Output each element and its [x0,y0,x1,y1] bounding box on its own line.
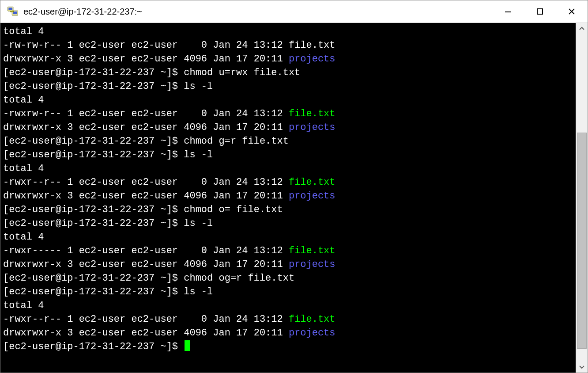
terminal-text: [ec2-user@ip-172-31-22-237 ~]$ chmod g=r… [3,136,289,147]
scroll-down-button[interactable] [576,361,588,373]
terminal-text: [ec2-user@ip-172-31-22-237 ~]$ ls -l [3,149,213,160]
terminal-line: [ec2-user@ip-172-31-22-237 ~]$ chmod u=r… [3,66,573,80]
maximize-button[interactable] [524,0,556,23]
terminal[interactable]: total 4-rw-rw-r-- 1 ec2-user ec2-user 0 … [0,23,576,373]
terminal-line: -rwxr----- 1 ec2-user ec2-user 0 Jan 24 … [3,244,573,258]
terminal-text: -rwxrw-r-- 1 ec2-user ec2-user 0 Jan 24 … [3,108,289,119]
terminal-line: [ec2-user@ip-172-31-22-237 ~]$ chmod og=… [3,271,573,285]
terminal-line: [ec2-user@ip-172-31-22-237 ~]$ ls -l [3,217,573,230]
terminal-line: -rw-rw-r-- 1 ec2-user ec2-user 0 Jan 24 … [3,38,573,52]
client-area: total 4-rw-rw-r-- 1 ec2-user ec2-user 0 … [0,23,588,373]
terminal-text-exec: file.txt [289,245,335,256]
scrollbar-track[interactable] [576,34,588,361]
terminal-text-exec: file.txt [289,314,335,325]
terminal-line: total 4 [3,230,573,244]
scrollbar-thumb[interactable] [577,133,587,349]
terminal-text: total 4 [3,26,44,37]
minimize-button[interactable] [492,0,524,23]
terminal-text-dir: projects [289,190,335,202]
titlebar[interactable]: ec2-user@ip-172-31-22-237:~ [0,0,588,23]
terminal-text: [ec2-user@ip-172-31-22-237 ~]$ chmod u=r… [3,67,300,78]
scroll-up-button[interactable] [576,23,588,34]
terminal-line: [ec2-user@ip-172-31-22-237 ~]$ ls -l [3,148,573,162]
terminal-text: -rwxr----- 1 ec2-user ec2-user 0 Jan 24 … [3,245,289,256]
terminal-text: [ec2-user@ip-172-31-22-237 ~]$ chmod o= … [3,204,283,215]
terminal-text: -rw-rw-r-- 1 ec2-user ec2-user 0 Jan 24 … [3,40,335,51]
svg-rect-5 [537,9,543,14]
terminal-line: drwxrwxr-x 3 ec2-user ec2-user 4096 Jan … [3,189,573,203]
terminal-line: drwxrwxr-x 3 ec2-user ec2-user 4096 Jan … [3,52,573,66]
terminal-text: drwxrwxr-x 3 ec2-user ec2-user 4096 Jan … [3,53,289,65]
terminal-text: -rwxr--r-- 1 ec2-user ec2-user 0 Jan 24 … [3,177,289,188]
window-title: ec2-user@ip-172-31-22-237:~ [23,7,492,17]
terminal-text: drwxrwxr-x 3 ec2-user ec2-user 4096 Jan … [3,190,289,202]
terminal-text: drwxrwxr-x 3 ec2-user ec2-user 4096 Jan … [3,259,289,270]
svg-rect-1 [8,8,12,10]
terminal-line: total 4 [3,162,573,175]
terminal-text: [ec2-user@ip-172-31-22-237 ~]$ [3,341,184,352]
terminal-text: [ec2-user@ip-172-31-22-237 ~]$ ls -l [3,286,213,297]
terminal-text-dir: projects [289,53,335,65]
terminal-text: drwxrwxr-x 3 ec2-user ec2-user 4096 Jan … [3,122,289,133]
close-button[interactable] [556,0,588,23]
window-controls [492,0,588,23]
terminal-line: [ec2-user@ip-172-31-22-237 ~]$ [3,340,573,354]
terminal-text-dir: projects [289,122,335,133]
terminal-text: [ec2-user@ip-172-31-22-237 ~]$ ls -l [3,81,213,92]
terminal-text-dir: projects [289,327,335,339]
terminal-text: total 4 [3,232,44,243]
terminal-line: -rwxr--r-- 1 ec2-user ec2-user 0 Jan 24 … [3,175,573,189]
putty-window: ec2-user@ip-172-31-22-237:~ total 4-rw-r… [0,0,588,373]
terminal-text: total 4 [3,300,44,311]
terminal-line: drwxrwxr-x 3 ec2-user ec2-user 4096 Jan … [3,258,573,271]
terminal-text: total 4 [3,163,44,174]
terminal-text: total 4 [3,95,44,106]
terminal-text: [ec2-user@ip-172-31-22-237 ~]$ chmod og=… [3,273,294,284]
terminal-line: -rwxr--r-- 1 ec2-user ec2-user 0 Jan 24 … [3,312,573,326]
putty-icon [7,5,19,18]
terminal-line: total 4 [3,93,573,107]
terminal-line: drwxrwxr-x 3 ec2-user ec2-user 4096 Jan … [3,326,573,340]
terminal-text: -rwxr--r-- 1 ec2-user ec2-user 0 Jan 24 … [3,314,289,325]
terminal-text: [ec2-user@ip-172-31-22-237 ~]$ ls -l [3,218,213,229]
terminal-line: [ec2-user@ip-172-31-22-237 ~]$ ls -l [3,285,573,299]
terminal-text-dir: projects [289,259,335,270]
svg-rect-4 [505,11,511,12]
terminal-line: [ec2-user@ip-172-31-22-237 ~]$ chmod g=r… [3,134,573,148]
terminal-text: drwxrwxr-x 3 ec2-user ec2-user 4096 Jan … [3,327,289,339]
terminal-text-exec: file.txt [289,108,335,119]
terminal-line: -rwxrw-r-- 1 ec2-user ec2-user 0 Jan 24 … [3,107,573,121]
terminal-line: total 4 [3,25,573,38]
terminal-cursor [185,340,190,351]
scrollbar[interactable] [576,23,588,373]
terminal-line: [ec2-user@ip-172-31-22-237 ~]$ ls -l [3,80,573,93]
terminal-line: [ec2-user@ip-172-31-22-237 ~]$ chmod o= … [3,203,573,217]
terminal-line: total 4 [3,299,573,312]
terminal-line: drwxrwxr-x 3 ec2-user ec2-user 4096 Jan … [3,121,573,134]
terminal-text-exec: file.txt [289,177,335,188]
